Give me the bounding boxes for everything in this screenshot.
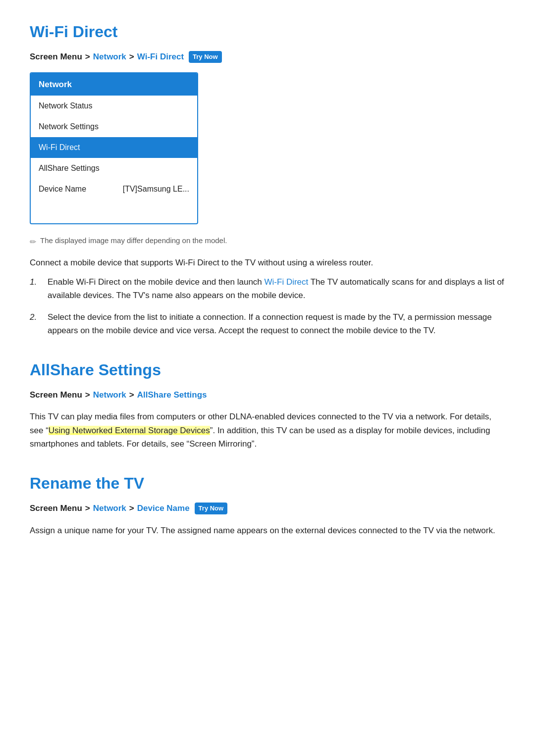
- wifi-direct-title: Wi-Fi Direct: [30, 20, 505, 44]
- breadcrumb-prefix: Screen Menu: [30, 50, 82, 63]
- menu-item-label: Wi-Fi Direct: [39, 142, 80, 153]
- try-now-badge-wifidirect[interactable]: Try Now: [189, 51, 222, 63]
- menu-header-network: Network: [31, 73, 197, 96]
- menu-item-label: Network Settings: [39, 121, 99, 133]
- step-1: 1. Enable Wi-Fi Direct on the mobile dev…: [30, 275, 505, 302]
- menu-item-network-settings[interactable]: Network Settings: [31, 116, 197, 137]
- step-2: 2. Select the device from the list to in…: [30, 310, 505, 337]
- step-1-num: 1.: [30, 275, 42, 289]
- allshare-section: AllShare Settings Screen Menu > Network …: [30, 358, 505, 451]
- rename-sep1: >: [85, 502, 90, 515]
- menu-item-label: Network Status: [39, 100, 92, 112]
- pencil-icon: ✏: [30, 236, 36, 248]
- menu-item-allshare-settings[interactable]: AllShare Settings: [31, 158, 197, 179]
- wifidirect-steps: 1. Enable Wi-Fi Direct on the mobile dev…: [30, 275, 505, 337]
- allshare-highlight: Using Networked External Storage Devices: [49, 426, 210, 435]
- step-1-wifidirect-link[interactable]: Wi-Fi Direct: [265, 277, 309, 287]
- rename-tv-title: Rename the TV: [30, 471, 505, 495]
- allshare-sep1: >: [85, 389, 90, 402]
- breadcrumb-sep1: >: [85, 50, 90, 63]
- step-1-text-before: Enable Wi-Fi Direct on the mobile device…: [48, 277, 265, 287]
- rename-sep2: >: [129, 502, 134, 515]
- network-menu-box: Network Network Status Network Settings …: [30, 72, 198, 225]
- rename-network-link[interactable]: Network: [93, 502, 126, 515]
- wifi-direct-section: Wi-Fi Direct Screen Menu > Network > Wi-…: [30, 20, 505, 337]
- model-note: ✏ The displayed image may differ dependi…: [30, 235, 505, 248]
- breadcrumb-wifidirect-link[interactable]: Wi-Fi Direct: [137, 50, 184, 63]
- menu-item-network-status[interactable]: Network Status: [31, 96, 197, 116]
- menu-spacer: [31, 200, 197, 223]
- allshare-title: AllShare Settings: [30, 358, 505, 382]
- menu-item-device-name[interactable]: Device Name [TV]Samsung LE...: [31, 179, 197, 200]
- menu-item-device-name-value: [TV]Samsung LE...: [123, 183, 189, 195]
- allshare-network-link[interactable]: Network: [93, 389, 126, 402]
- wifi-direct-breadcrumb: Screen Menu > Network > Wi-Fi Direct Try…: [30, 50, 505, 63]
- wifidirect-intro: Connect a mobile device that supports Wi…: [30, 256, 505, 269]
- rename-tv-section: Rename the TV Screen Menu > Network > De…: [30, 471, 505, 537]
- rename-device-name-link[interactable]: Device Name: [137, 502, 190, 515]
- rename-tv-body: Assign a unique name for your TV. The as…: [30, 524, 505, 537]
- allshare-breadcrumb-prefix: Screen Menu: [30, 389, 82, 402]
- rename-breadcrumb-prefix: Screen Menu: [30, 502, 82, 515]
- allshare-breadcrumb: Screen Menu > Network > AllShare Setting…: [30, 389, 505, 402]
- step-1-content: Enable Wi-Fi Direct on the mobile device…: [48, 275, 505, 302]
- step-2-content: Select the device from the list to initi…: [48, 310, 505, 337]
- allshare-sep2: >: [129, 389, 134, 402]
- note-text: The displayed image may differ depending…: [40, 235, 227, 247]
- allshare-settings-link[interactable]: AllShare Settings: [137, 389, 207, 402]
- menu-item-wifi-direct[interactable]: Wi-Fi Direct: [31, 137, 197, 158]
- allshare-body: This TV can play media files from comput…: [30, 410, 505, 451]
- menu-item-label: AllShare Settings: [39, 162, 100, 174]
- breadcrumb-sep2: >: [129, 50, 134, 63]
- step-2-num: 2.: [30, 310, 42, 324]
- rename-tv-breadcrumb: Screen Menu > Network > Device Name Try …: [30, 502, 505, 515]
- breadcrumb-network-link[interactable]: Network: [93, 50, 126, 63]
- try-now-badge-rename[interactable]: Try Now: [195, 503, 228, 514]
- menu-item-label: Device Name: [39, 183, 86, 195]
